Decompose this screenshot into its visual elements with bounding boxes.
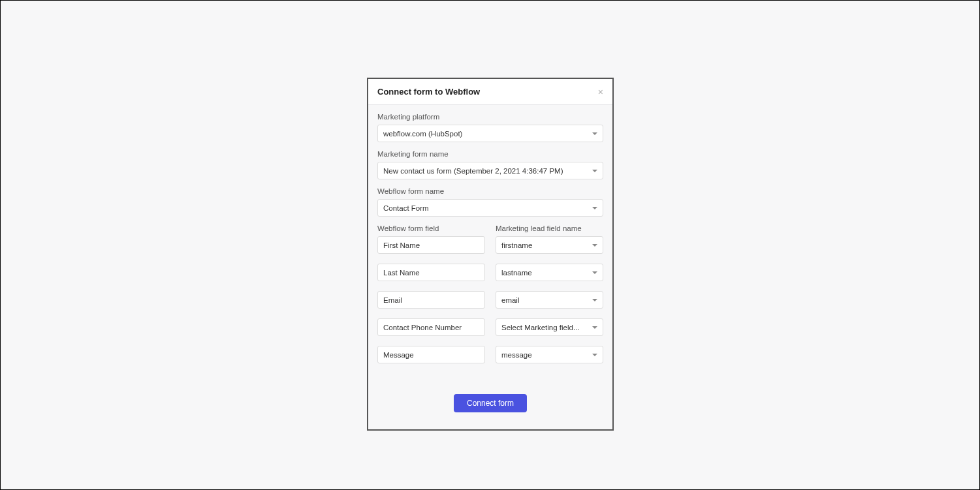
webflow-field-input[interactable]: Message <box>377 346 485 363</box>
marketing-platform-value: webflow.com (HubSpot) <box>383 130 588 138</box>
webflow-field-input[interactable]: Email <box>377 291 485 309</box>
connect-form-modal: Connect form to Webflow × Marketing plat… <box>367 78 614 431</box>
marketing-field-select[interactable]: lastname <box>496 264 603 281</box>
webflow-field-input[interactable]: Contact Phone Number <box>377 318 485 336</box>
caret-down-icon <box>592 271 597 274</box>
webflow-form-name-label: Webflow form name <box>377 187 603 195</box>
webflow-form-name-group: Webflow form name Contact Form <box>377 187 603 217</box>
webflow-field-input[interactable]: First Name <box>377 236 485 254</box>
marketing-field-value: firstname <box>501 241 588 249</box>
caret-down-icon <box>592 207 597 209</box>
marketing-platform-select[interactable]: webflow.com (HubSpot) <box>377 125 603 142</box>
marketing-field-select[interactable]: message <box>496 346 603 363</box>
mapping-row: Email email <box>377 291 603 309</box>
mapping-row: Contact Phone Number Select Marketing fi… <box>377 318 603 336</box>
mapping-row: First Name firstname <box>377 236 603 254</box>
webflow-field-value: Contact Phone Number <box>383 324 462 331</box>
connect-form-button[interactable]: Connect form <box>454 394 527 412</box>
webflow-field-input[interactable]: Last Name <box>377 264 485 281</box>
webflow-form-field-label: Webflow form field <box>377 224 485 232</box>
caret-down-icon <box>592 132 597 135</box>
webflow-field-value: Message <box>383 351 414 359</box>
caret-down-icon <box>592 170 597 172</box>
webflow-form-name-value: Contact Form <box>383 204 588 212</box>
caret-down-icon <box>592 354 597 356</box>
modal-title: Connect form to Webflow <box>377 87 480 97</box>
marketing-field-value: message <box>501 351 588 359</box>
webflow-field-value: Last Name <box>383 269 420 277</box>
caret-down-icon <box>592 244 597 247</box>
marketing-form-name-group: Marketing form name New contact us form … <box>377 150 603 179</box>
caret-down-icon <box>592 326 597 329</box>
marketing-field-select[interactable]: Select Marketing field... <box>496 318 603 336</box>
marketing-field-select[interactable]: firstname <box>496 236 603 254</box>
mapping-row: Last Name lastname <box>377 264 603 281</box>
marketing-field-value: email <box>501 296 588 304</box>
marketing-lead-field-label: Marketing lead field name <box>496 224 603 232</box>
marketing-field-select[interactable]: email <box>496 291 603 309</box>
marketing-platform-label: Marketing platform <box>377 113 603 121</box>
marketing-field-value: lastname <box>501 269 588 277</box>
caret-down-icon <box>592 299 597 301</box>
marketing-platform-group: Marketing platform webflow.com (HubSpot) <box>377 113 603 142</box>
marketing-form-name-label: Marketing form name <box>377 150 603 158</box>
modal-body: Marketing platform webflow.com (HubSpot)… <box>368 105 612 429</box>
marketing-form-name-value: New contact us form (September 2, 2021 4… <box>383 167 588 175</box>
mapping-row: Message message <box>377 346 603 363</box>
webflow-field-value: First Name <box>383 241 420 249</box>
modal-header: Connect form to Webflow × <box>368 79 612 105</box>
close-icon[interactable]: × <box>598 87 603 97</box>
marketing-form-name-select[interactable]: New contact us form (September 2, 2021 4… <box>377 162 603 179</box>
webflow-form-name-select[interactable]: Contact Form <box>377 199 603 217</box>
marketing-field-value: Select Marketing field... <box>501 324 588 331</box>
mapping-header: Webflow form field Marketing lead field … <box>377 224 603 232</box>
modal-footer: Connect form <box>377 373 603 418</box>
webflow-field-value: Email <box>383 296 402 304</box>
